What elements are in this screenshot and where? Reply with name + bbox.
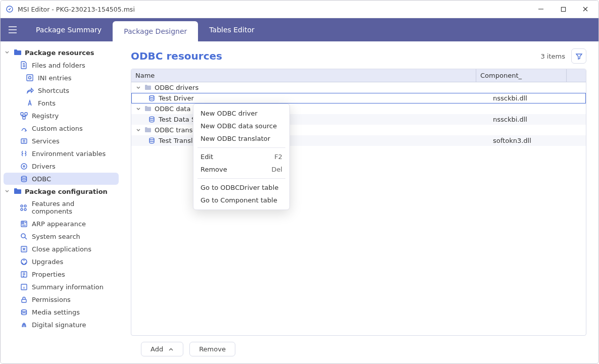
sidebar-group-config[interactable]: Package configuration [2, 185, 121, 197]
chevron-down-icon [5, 189, 11, 194]
svg-point-27 [149, 138, 154, 140]
add-button[interactable]: Add [141, 342, 183, 356]
sidebar-item-features[interactable]: Features and components [4, 198, 119, 217]
svg-point-24 [21, 313, 26, 315]
file-icon [20, 61, 28, 69]
features-icon [20, 203, 28, 212]
chevron-up-icon [168, 347, 174, 352]
table-row[interactable]: ODBC drivers [131, 82, 586, 93]
chevron-down-icon[interactable] [135, 127, 141, 133]
page-title: ODBC resources [131, 50, 222, 62]
body: Package resources Files and folders INI … [1, 41, 598, 363]
items-count: 3 items [540, 53, 565, 60]
sidebar-item-custom-actions[interactable]: Custom actions [4, 122, 119, 134]
hamburger-button[interactable] [1, 18, 25, 41]
sidebar-item-permissions[interactable]: Permissions [4, 293, 119, 305]
ctx-new-driver[interactable]: New ODBC driver [193, 107, 289, 120]
registry-icon [20, 112, 28, 120]
folder-icon [144, 127, 152, 134]
col-component[interactable]: Component_ [476, 69, 567, 82]
sidebar-item-drivers[interactable]: Drivers [4, 160, 119, 172]
window-title: MSI Editor - PKG-230213-154505.msi [18, 6, 135, 13]
separator [197, 147, 285, 148]
svg-point-26 [149, 117, 154, 119]
folder-icon [14, 48, 22, 57]
chevron-down-icon [5, 50, 11, 55]
svg-point-25 [149, 95, 154, 97]
sidebar-group-label: Package configuration [25, 188, 108, 195]
ctx-new-translator[interactable]: New ODBC translator [193, 132, 289, 145]
info-icon [20, 283, 28, 291]
sidebar-item-files[interactable]: Files and folders [4, 59, 119, 71]
tab-tables-editor[interactable]: Tables Editor [198, 18, 265, 41]
sidebar-item-summary-info[interactable]: Summary information [4, 281, 119, 293]
folder-icon [144, 84, 152, 91]
tab-package-summary[interactable]: Package Summary [25, 18, 113, 41]
col-name[interactable]: Name [131, 69, 476, 82]
svg-point-14 [24, 209, 26, 211]
main-header: ODBC resources 3 items [131, 48, 586, 64]
svg-point-3 [29, 77, 31, 79]
svg-point-10 [21, 176, 26, 178]
chevron-down-icon[interactable] [135, 106, 141, 112]
database-icon [148, 116, 156, 123]
sidebar-item-upgrades[interactable]: Upgrades [4, 255, 119, 268]
sidebar-group-resources[interactable]: Package resources [2, 46, 121, 59]
services-icon [20, 137, 28, 145]
minimize-button[interactable] [530, 1, 552, 18]
svg-point-13 [21, 209, 23, 211]
sidebar-item-env-vars[interactable]: Environment variables [4, 147, 119, 160]
arp-icon [20, 220, 28, 228]
env-icon [20, 149, 28, 158]
ctx-goto-component-table[interactable]: Go to Component table [193, 194, 289, 206]
sidebar-item-search[interactable]: System search [4, 230, 119, 242]
ctx-goto-driver-table[interactable]: Go to ODBCDriver table [193, 181, 289, 194]
filter-button[interactable] [571, 48, 586, 64]
ctx-edit[interactable]: EditF2 [193, 150, 289, 163]
maximize-button[interactable] [552, 1, 574, 18]
sidebar-item-services[interactable]: Services [4, 135, 119, 147]
sidebar-item-ini[interactable]: INI entries [4, 72, 119, 84]
lock-icon [20, 295, 28, 303]
sidebar-item-properties[interactable]: Properties [4, 268, 119, 280]
folder-icon [14, 187, 22, 195]
database-icon [148, 137, 156, 144]
sidebar-item-shortcuts[interactable]: Shortcuts [4, 84, 119, 96]
database-icon [148, 95, 156, 102]
svg-rect-5 [25, 113, 27, 115]
remove-button[interactable]: Remove [189, 342, 235, 356]
ctx-new-data-source[interactable]: New ODBC data source [193, 120, 289, 132]
svg-point-8 [21, 164, 27, 169]
tab-package-designer[interactable]: Package Designer [113, 21, 198, 41]
table-header: Name Component_ [131, 69, 586, 82]
col-extra [567, 69, 586, 82]
ctx-remove[interactable]: RemoveDel [193, 163, 289, 176]
svg-rect-22 [22, 299, 26, 302]
table-row[interactable]: Test Driver nssckbi.dll [131, 93, 586, 103]
svg-rect-7 [21, 139, 27, 143]
sidebar-item-signature[interactable]: Digital signature [4, 319, 119, 331]
drivers-icon [20, 162, 28, 170]
sidebar-item-fonts[interactable]: Fonts [4, 97, 119, 109]
svg-rect-4 [21, 113, 23, 115]
shortcut-icon [26, 86, 34, 94]
close-button[interactable] [574, 1, 596, 18]
sidebar-item-registry[interactable]: Registry [4, 110, 119, 122]
svg-point-12 [24, 205, 26, 207]
folder-icon [144, 106, 152, 113]
fingerprint-icon [20, 321, 28, 329]
sidebar-item-arp[interactable]: ARP appearance [4, 218, 119, 230]
context-menu: New ODBC driver New ODBC data source New… [193, 103, 290, 210]
svg-rect-16 [22, 222, 24, 224]
titlebar: MSI Editor - PKG-230213-154505.msi [1, 1, 598, 18]
chevron-down-icon[interactable] [135, 85, 141, 91]
sidebar-item-close-apps[interactable]: Close applications [4, 243, 119, 255]
svg-point-9 [23, 166, 25, 167]
svg-point-11 [21, 205, 23, 207]
ini-icon [26, 74, 34, 82]
sidebar-item-media[interactable]: Media settings [4, 306, 119, 318]
app-window: MSI Editor - PKG-230213-154505.msi Packa… [0, 0, 599, 364]
sidebar-item-odbc[interactable]: ODBC [4, 173, 119, 185]
font-icon [26, 99, 34, 107]
sidebar-group-label: Package resources [25, 49, 94, 57]
